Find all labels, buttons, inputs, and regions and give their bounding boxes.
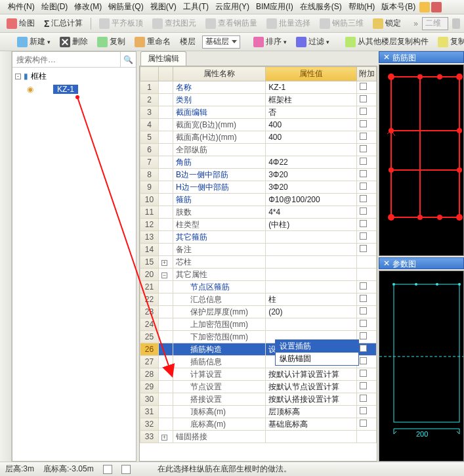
table-row[interactable]: 32底标高(m)基础底标高	[140, 418, 377, 431]
checkbox[interactable]	[360, 207, 367, 215]
layer-combo[interactable]: 基础层	[202, 35, 240, 49]
attach-cell[interactable]	[357, 293, 377, 306]
checkbox[interactable]	[360, 332, 367, 339]
table-row[interactable]: 14备注	[140, 244, 377, 256]
table-row[interactable]: 23保护层厚度(mm)(20)	[140, 306, 377, 318]
draw-button[interactable]: 绘图	[4, 16, 37, 31]
attach-cell[interactable]	[357, 393, 377, 406]
checkbox[interactable]	[360, 395, 367, 402]
table-row[interactable]: 13其它箍筋	[140, 231, 377, 244]
prop-name[interactable]: 汇总信息	[173, 293, 266, 306]
param-diagram[interactable]: 200	[379, 270, 464, 462]
lock-button[interactable]: 锁定	[370, 16, 404, 31]
checkbox[interactable]	[360, 220, 367, 227]
checkbox[interactable]	[360, 320, 367, 327]
prop-name[interactable]: 保护层厚度(mm)	[173, 306, 266, 318]
prop-name[interactable]: 角筋	[173, 156, 266, 169]
attach-cell[interactable]	[357, 181, 377, 194]
prop-value[interactable]	[266, 231, 357, 244]
prop-value[interactable]: 4Φ22	[266, 156, 357, 169]
expand-cell[interactable]: −	[159, 269, 173, 281]
attach-cell[interactable]	[357, 94, 377, 106]
table-row[interactable]: 7角筋4Φ22	[140, 156, 377, 169]
table-row[interactable]: 24上加密范围(mm)	[140, 318, 377, 331]
prop-value[interactable]: 3Φ20	[266, 169, 357, 181]
prop-value[interactable]: KZ-1	[266, 81, 357, 94]
prop-value[interactable]: 按默认节点设置计算	[266, 381, 357, 393]
prop-value[interactable]	[266, 256, 357, 269]
search-input[interactable]	[12, 52, 120, 67]
prop-name[interactable]: 肢数	[173, 206, 266, 219]
prop-value[interactable]: 柱	[266, 293, 357, 306]
attach-cell[interactable]	[357, 206, 377, 219]
checkbox[interactable]	[360, 195, 367, 202]
col-value-header[interactable]: 属性值	[266, 67, 357, 81]
prop-value[interactable]: 基础底标高	[266, 418, 357, 431]
table-row[interactable]: 3截面编辑否	[140, 106, 377, 119]
prop-value[interactable]: Φ10@100/200	[266, 194, 357, 206]
attach-cell[interactable]	[357, 406, 377, 418]
prop-name[interactable]: 其它属性	[173, 269, 266, 281]
status-toggle[interactable]	[103, 465, 112, 474]
attach-cell[interactable]	[357, 269, 377, 281]
batch-select-button[interactable]: 批量选择	[264, 16, 313, 31]
prop-name[interactable]: 计算设置	[173, 368, 266, 381]
attach-cell[interactable]	[357, 331, 377, 343]
menu-item[interactable]: BIM应用(I)	[253, 0, 296, 14]
view-mode-combo[interactable]: 二维	[422, 17, 448, 30]
tree-root-label[interactable]: 框柱	[31, 71, 47, 82]
prop-value[interactable]: 框架柱	[266, 94, 357, 106]
checkbox[interactable]	[360, 420, 367, 427]
dropdown-option[interactable]: 设置插筋	[276, 340, 358, 353]
copy-button[interactable]: 复制	[95, 34, 128, 49]
checkbox[interactable]	[360, 345, 367, 352]
prop-value[interactable]: 否	[266, 106, 357, 119]
status-toggle[interactable]	[121, 465, 131, 474]
menu-item[interactable]: 修改(M)	[72, 0, 104, 14]
find-elem-button[interactable]: 查找图元	[150, 16, 199, 31]
expand-cell[interactable]: +	[159, 256, 173, 269]
view-rebar-button[interactable]: 查看钢筋量	[203, 16, 260, 31]
menu-item[interactable]: 在线服务(S)	[297, 0, 345, 14]
menu-item[interactable]: 构件(N)	[5, 0, 37, 14]
prop-value[interactable]	[266, 244, 357, 256]
attach-cell[interactable]	[357, 381, 377, 393]
checkbox[interactable]	[360, 382, 367, 389]
table-row[interactable]: 30搭接设置按默认搭接设置计算	[140, 393, 377, 406]
checkbox[interactable]	[360, 295, 367, 302]
menu-item[interactable]: 工具(T)	[180, 0, 211, 14]
sort-button[interactable]: 排序 ▾	[251, 34, 289, 49]
copy-from-floor-button[interactable]: 从其他楼层复制构件	[343, 34, 431, 49]
table-row[interactable]: 5截面高(H边)(mm)400	[140, 131, 377, 144]
prop-value[interactable]: 3Φ20	[266, 181, 357, 194]
prop-value[interactable]	[266, 431, 357, 443]
rename-button[interactable]: 重命名	[132, 34, 173, 49]
prop-name[interactable]: 类别	[173, 94, 266, 106]
table-row[interactable]: 4截面宽(B边)(mm)400	[140, 119, 377, 131]
menu-item[interactable]: 绘图(D)	[39, 0, 71, 14]
prop-name[interactable]: 搭接设置	[173, 393, 266, 406]
attach-cell[interactable]	[357, 119, 377, 131]
prop-value[interactable]: (中柱)	[266, 219, 357, 231]
table-row[interactable]: 9H边一侧中部筋3Φ20	[140, 181, 377, 194]
checkbox[interactable]	[360, 370, 367, 377]
prop-value[interactable]	[266, 269, 357, 281]
checkbox[interactable]	[360, 95, 367, 102]
table-row[interactable]: 33+锚固搭接	[140, 431, 377, 443]
prop-value[interactable]: 400	[266, 119, 357, 131]
prop-name[interactable]: 锚固搭接	[173, 431, 266, 443]
tab-properties[interactable]: 属性编辑	[140, 51, 186, 66]
dropdown-option[interactable]: 纵筋锚固	[276, 353, 358, 365]
prop-name[interactable]: 芯柱	[173, 256, 266, 269]
member-tree[interactable]: - ▮ 框柱 ◉ KZ-1	[12, 68, 136, 461]
attach-cell[interactable]	[357, 343, 377, 356]
attach-cell[interactable]	[357, 81, 377, 94]
attach-cell[interactable]	[357, 194, 377, 206]
table-row[interactable]: 11肢数4*4	[140, 206, 377, 219]
search-go-button[interactable]: 🔍	[120, 52, 136, 67]
new-button[interactable]: 新建 ▾	[14, 34, 53, 49]
expand-cell[interactable]: +	[159, 431, 173, 443]
prop-name[interactable]: 底标高(m)	[173, 418, 266, 431]
attach-cell[interactable]	[357, 368, 377, 381]
attach-cell[interactable]	[357, 231, 377, 244]
